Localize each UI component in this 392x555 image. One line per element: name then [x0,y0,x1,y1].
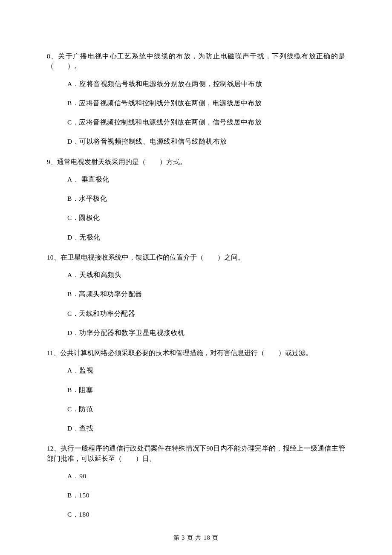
option-d: D．功率分配器和数字卫星电视接收机 [47,328,345,338]
question-12: 12、执行一般程序的通信行政处罚案件在特殊情况下90日内不能办理完毕的，报经上一… [47,443,345,519]
question-text: 11、公共计算机网络必须采取必要的技术和管理措施，对有害信息进行（ ）或过滤。 [47,348,345,358]
question-text: 9、通常电视发射天线采用的是（ ）方式。 [47,157,345,167]
question-9: 9、通常电视发射天线采用的是（ ）方式。 A． 垂直极化 B．水平极化 C．圆极… [47,157,345,242]
option-a: A．天线和高频头 [47,270,345,280]
option-a: A．监视 [47,365,345,375]
option-b: B．阻塞 [47,385,345,395]
option-a: A．90 [47,471,345,481]
question-number: 11、 [47,349,60,356]
option-a: A．应将音视频信号线和电源线分别放在两侧，控制线居中布放 [47,79,345,89]
question-body: 通常电视发射天线采用的是（ ）方式。 [57,158,187,165]
question-11: 11、公共计算机网络必须采取必要的技术和管理措施，对有害信息进行（ ）或过滤。 … [47,348,345,433]
option-a: A． 垂直极化 [47,174,345,184]
question-body: 关于广播电视中心工艺系统中线缆的布放，为防止电磁噪声干扰，下列线缆布放正确的是（… [47,52,345,69]
option-b: B．150 [47,490,345,500]
option-d: D．无极化 [47,232,345,242]
question-text: 8、关于广播电视中心工艺系统中线缆的布放，为防止电磁噪声干扰，下列线缆布放正确的… [47,51,345,71]
question-number: 10、 [47,254,61,261]
question-10: 10、在卫星电视接收系统中，馈源工作的位置介于（ ）之间。 A．天线和高频头 B… [47,252,345,338]
question-body: 公共计算机网络必须采取必要的技术和管理措施，对有害信息进行（ ）或过滤。 [60,349,312,356]
option-c: C．防范 [47,404,345,414]
question-body: 执行一般程序的通信行政处罚案件在特殊情况下90日内不能办理完毕的，报经上一级通信… [47,445,345,462]
question-number: 8、 [47,52,58,60]
option-d: D．查找 [47,423,345,433]
question-number: 9、 [47,158,57,165]
question-text: 12、执行一般程序的通信行政处罚案件在特殊情况下90日内不能办理完毕的，报经上一… [47,443,345,463]
question-text: 10、在卫星电视接收系统中，馈源工作的位置介于（ ）之间。 [47,252,345,262]
option-c: C．圆极化 [47,213,345,223]
option-b: B．高频头和功率分配器 [47,289,345,299]
option-b: B．应将音视频信号线和控制线分别放在两侧，电源线居中布放 [47,98,345,108]
question-body: 在卫星电视接收系统中，馈源工作的位置介于（ ）之间。 [61,254,245,261]
option-c: C．天线和功率分配器 [47,309,345,318]
question-8: 8、关于广播电视中心工艺系统中线缆的布放，为防止电磁噪声干扰，下列线缆布放正确的… [47,51,345,147]
option-b: B．水平极化 [47,194,345,203]
option-c: C．应将音视频控制线和电源线分别放在两侧，信号线居中布放 [47,117,345,127]
page-footer: 第 3 页 共 18 页 [0,533,392,542]
option-d: D．可以将音视频控制线、电源线和信号线随机布放 [47,136,345,146]
question-number: 12、 [47,445,61,452]
option-c: C．180 [47,509,345,519]
